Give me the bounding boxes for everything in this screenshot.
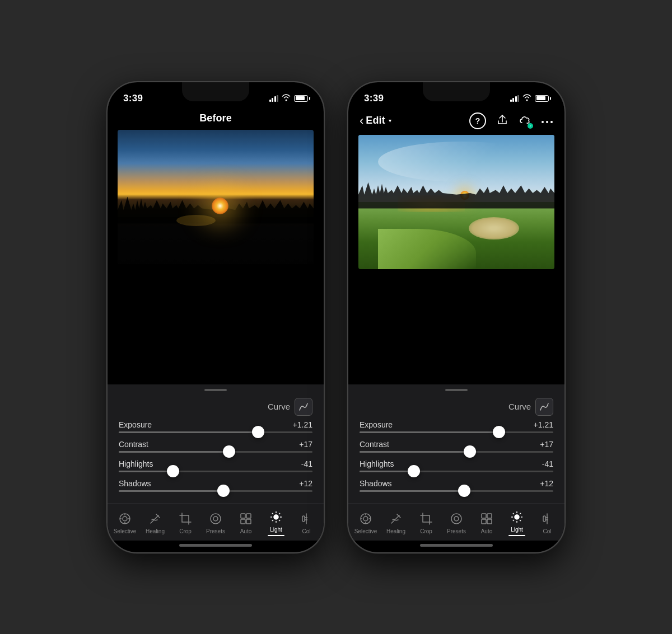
svg-point-7 [213, 516, 218, 521]
signal-bar-4 [277, 95, 278, 102]
slider-track-exposure-after[interactable] [360, 431, 553, 433]
toolbar-item-presets-before[interactable]: Presets [201, 509, 230, 537]
svg-point-1 [123, 516, 127, 521]
slider-thumb-exposure-after[interactable] [493, 426, 505, 438]
col-label-before: Col [302, 528, 310, 534]
slider-track-exposure-before[interactable] [119, 431, 312, 433]
svg-line-17 [272, 513, 273, 514]
signal-bar-3-after [515, 96, 517, 102]
slider-fill-shadows-before [119, 490, 223, 492]
back-button[interactable]: ‹ [360, 115, 363, 127]
slider-name-shadows-after: Shadows [360, 479, 392, 488]
curve-button-before[interactable] [295, 398, 312, 416]
selective-icon-after [358, 511, 374, 527]
crop-label-after: Crop [420, 528, 432, 534]
toolbar-item-crop-after[interactable]: Crop [412, 509, 441, 537]
slider-exposure-after: Exposure +1.21 [360, 420, 553, 433]
selective-label-before: Selective [114, 528, 137, 534]
toolbar-item-col-before[interactable]: Col [292, 509, 321, 537]
toolbar-item-light-before[interactable]: Light [262, 507, 291, 538]
signal-bar-3 [274, 96, 276, 102]
dropdown-arrow[interactable]: ▾ [389, 118, 391, 124]
svg-line-44 [513, 513, 514, 514]
toolbar-item-auto-before[interactable]: Auto [231, 509, 260, 537]
svg-point-25 [546, 121, 548, 123]
svg-point-33 [451, 514, 461, 524]
slider-value-shadows-after: +12 [540, 479, 553, 488]
slider-fill-highlights-after [360, 471, 414, 472]
toolbar-scroll-after: Selective Healing [348, 507, 564, 538]
svg-point-28 [363, 516, 368, 521]
active-indicator-after [508, 535, 525, 536]
toolbar-item-healing-after[interactable]: Healing [381, 509, 410, 537]
toolbar-item-crop-before[interactable]: Crop [171, 509, 200, 537]
slider-thumb-contrast-before[interactable] [223, 445, 235, 458]
slider-value-highlights-before: -41 [301, 459, 312, 468]
toolbar-item-selective-before[interactable]: Selective [110, 509, 139, 537]
status-bar-before: 3:39 [108, 82, 324, 110]
slider-track-shadows-before[interactable] [119, 490, 312, 492]
toolbar-item-presets-after[interactable]: Presets [442, 509, 471, 537]
slider-thumb-highlights-after[interactable] [408, 465, 420, 477]
toolbar-scroll-before: Selective Healing [108, 507, 324, 538]
slider-contrast-before: Contrast +17 [119, 440, 312, 453]
page-title-after[interactable]: Edit [366, 115, 385, 126]
svg-point-12 [274, 515, 278, 519]
slider-name-shadows-before: Shadows [119, 479, 151, 488]
slider-track-contrast-after[interactable] [360, 451, 553, 453]
slider-value-highlights-after: -41 [542, 459, 553, 468]
svg-point-24 [542, 121, 544, 123]
light-label-before: Light [270, 527, 282, 533]
toolbar-item-healing-before[interactable]: Healing [141, 509, 170, 537]
auto-label-after: Auto [481, 528, 493, 534]
drag-bar-before [204, 389, 227, 391]
slider-thumb-highlights-before[interactable] [167, 465, 179, 477]
toolbar-item-selective-after[interactable]: Selective [351, 509, 380, 537]
selective-icon [117, 511, 133, 527]
svg-point-34 [454, 516, 459, 521]
slider-value-contrast-after: +17 [540, 440, 553, 449]
slider-track-shadows-after[interactable] [360, 490, 553, 492]
drag-handle-after[interactable] [348, 384, 564, 393]
phone-after: 3:39 [347, 81, 566, 553]
crop-icon-after [418, 511, 434, 527]
help-button[interactable]: ? [469, 112, 486, 129]
slider-name-exposure-before: Exposure [119, 420, 152, 429]
share-button[interactable] [496, 114, 508, 128]
photo-before [118, 130, 314, 264]
signal-bar-4-after [517, 95, 519, 102]
svg-rect-36 [487, 514, 492, 518]
slider-name-highlights-after: Highlights [360, 459, 394, 468]
toolbar-item-col-after[interactable]: Col [533, 509, 562, 537]
nav-header-before: Before [108, 110, 324, 130]
sun-glow-before [212, 198, 228, 214]
cloud-button[interactable]: ✓ [519, 115, 531, 127]
svg-rect-35 [482, 514, 486, 518]
cloud-check-icon: ✓ [528, 123, 533, 129]
panel-after: Curve Exposure +1.21 [348, 393, 564, 503]
drag-handle-before[interactable] [108, 384, 324, 393]
svg-line-19 [279, 513, 280, 514]
healing-icon-after [388, 511, 404, 527]
photo-container-before [108, 130, 324, 264]
slider-thumb-contrast-after[interactable] [464, 445, 476, 458]
curve-button-after[interactable] [535, 398, 553, 416]
curve-label-before: Curve [268, 402, 290, 411]
slider-track-highlights-after[interactable] [360, 471, 553, 472]
svg-rect-21 [302, 516, 305, 522]
slider-thumb-exposure-before[interactable] [252, 426, 264, 438]
slider-thumb-shadows-before[interactable] [217, 485, 230, 497]
selective-label-after: Selective [354, 528, 377, 534]
home-bar-before [179, 544, 252, 547]
home-indicator-before [108, 541, 324, 552]
svg-point-26 [550, 121, 553, 123]
toolbar-item-light-after[interactable]: Light [502, 507, 531, 538]
curve-header-before: Curve [108, 393, 324, 418]
slider-track-contrast-before[interactable] [119, 451, 312, 453]
toolbar-item-auto-after[interactable]: Auto [472, 509, 501, 537]
slider-thumb-shadows-after[interactable] [458, 485, 470, 497]
slider-highlights-after: Highlights -41 [360, 459, 553, 472]
auto-label-before: Auto [240, 528, 252, 534]
more-button[interactable] [541, 116, 553, 126]
slider-track-highlights-before[interactable] [119, 471, 312, 472]
